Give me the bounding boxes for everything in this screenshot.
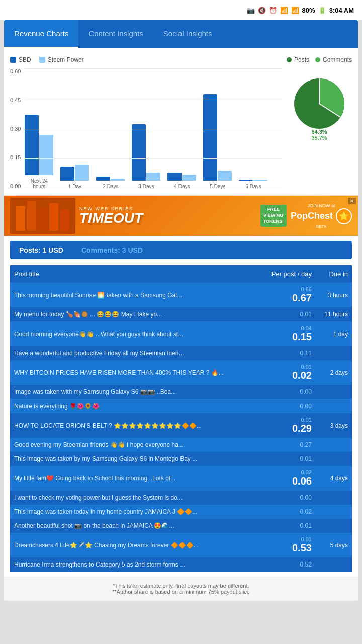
row-duein: 3 hours <box>316 283 352 307</box>
revenue-tab-posts[interactable]: Posts: 1 USD <box>10 241 72 259</box>
pie-chart: 64.3% 35.7% <box>287 73 352 141</box>
tab-social-insights[interactable]: Social Insights <box>153 20 222 48</box>
app-container: Revenue Charts Content Insights Social I… <box>4 20 358 601</box>
legend-comments: Comments <box>315 56 352 63</box>
bar-group-2: 2 Days <box>96 177 125 189</box>
row-title: HOW TO LOCATE ORION'S BELT ? ⭐⭐⭐⭐⭐⭐⭐⭐⭐🔶🔶… <box>10 413 260 438</box>
pie-label-1: 64.3% <box>311 129 327 135</box>
revenue-tab-comments[interactable]: Comments: 3 USD <box>72 241 152 259</box>
ad-beta: BETA <box>316 224 326 229</box>
legend-sbd: SBD <box>10 56 31 63</box>
row-duein <box>316 385 352 399</box>
volume-icon: 🔇 <box>258 7 266 14</box>
legend-steempower: Steem Power <box>39 56 84 63</box>
ad-right: FREE VIEWING TOKENS! JOIN NOW at PopChes… <box>260 203 352 229</box>
bar-sp-3 <box>146 173 160 181</box>
bar-chart-wrapper: 0.60 0.45 0.30 0.15 0.00 <box>10 68 282 189</box>
row-perday: 0.020.06 <box>260 466 316 491</box>
row-perday: 0.27 <box>260 438 316 452</box>
battery-icon2: 🔋 <box>318 7 326 14</box>
ad-join-label: JOIN NOW at <box>307 203 335 208</box>
popchest-icon: ⭐ <box>336 208 352 224</box>
row-perday: 0.010.29 <box>260 413 316 438</box>
table-row: WHY BITCOIN PRICES HAVE RISEN MORE THAN … <box>10 360 352 385</box>
ad-close[interactable]: ✕ <box>348 198 356 204</box>
y-axis: 0.60 0.45 0.30 0.15 0.00 <box>10 68 21 189</box>
bar-sbd-2 <box>96 177 110 181</box>
row-perday: 0.02 <box>260 505 316 519</box>
row-duein <box>316 399 352 413</box>
row-perday: 0.52 <box>260 557 316 572</box>
tab-content-insights[interactable]: Content Insights <box>78 20 153 48</box>
bar-sbd-6 <box>239 180 253 181</box>
bar-sp-4 <box>182 175 196 181</box>
footer-note: *This is an estimate only, final payouts… <box>4 577 358 601</box>
bar-sbd-4 <box>167 173 182 181</box>
row-duein <box>316 519 352 533</box>
tab-revenue-charts[interactable]: Revenue Charts <box>4 20 78 48</box>
row-duein: 2 days <box>316 360 352 385</box>
row-perday: 0.00 <box>260 491 316 505</box>
row-title: My little fam❤️ Going back to School thi… <box>10 466 260 491</box>
revenue-tabs: Posts: 1 USD Comments: 3 USD <box>10 241 352 259</box>
data-table: Post title Per post / day Due in This mo… <box>10 265 352 572</box>
table-row: My menu for today 🍗🍖🥘 ... 😂😂😂 May I take… <box>10 307 352 321</box>
table-row: Have a wonderful and productive Friday a… <box>10 346 352 360</box>
row-duein <box>316 438 352 452</box>
row-duein <box>316 452 352 466</box>
footer-line-1: *This is an estimate only, final payouts… <box>9 583 353 589</box>
row-title: Another beautiful shot 📷 on the beach in… <box>10 519 260 533</box>
table-row: Hurricane Irma strengthens to Category 5… <box>10 557 352 572</box>
table-row: Good evening my Steemian friends 👋👋 I ho… <box>10 438 352 452</box>
bar-sbd-0 <box>25 115 39 175</box>
chart-section: SBD Steem Power Posts Comments <box>4 48 358 196</box>
bars-container: Next 24hours 1 Day <box>25 68 282 189</box>
row-title: Good morning everyone👋👋 ...What you guys… <box>10 321 260 346</box>
row-duein <box>316 491 352 505</box>
row-title: Dreamchasers 4 Life⭐✈️⭐ Chasing my Dream… <box>10 533 260 557</box>
row-title: Good evening my Steemian friends 👋👋 I ho… <box>10 438 260 452</box>
table-row: Another beautiful shot 📷 on the beach in… <box>10 519 352 533</box>
row-title: WHY BITCOIN PRICES HAVE RISEN MORE THAN … <box>10 360 260 385</box>
ad-free-badge: FREE VIEWING TOKENS! <box>260 205 287 226</box>
bar-group-6: 6 Days <box>239 180 267 189</box>
wifi-icon: 📶 <box>280 7 288 14</box>
pie-label-2: 35.7% <box>311 135 327 141</box>
row-perday: 0.01 <box>260 519 316 533</box>
row-duein <box>316 557 352 572</box>
bar-sp-1 <box>75 165 89 181</box>
footer-line-2: **Author share is based on a minimum 75%… <box>9 589 353 595</box>
battery-percent: 80% <box>302 7 315 14</box>
ad-banner[interactable]: NEW WEB SERIES TIMEOUT FREE VIEWING TOKE… <box>4 196 358 236</box>
bar-group-4: 4 Days <box>167 173 196 189</box>
row-duein: 1 day <box>316 321 352 346</box>
tab-bar: Revenue Charts Content Insights Social I… <box>4 20 358 48</box>
col-header-title: Post title <box>10 265 260 283</box>
bar-group-0: Next 24hours <box>25 115 53 189</box>
row-perday: 0.00 <box>260 399 316 413</box>
ad-brand: PopChest <box>291 211 333 221</box>
table-row: My little fam❤️ Going back to School thi… <box>10 466 352 491</box>
revenue-section: Posts: 1 USD Comments: 3 USD Post title … <box>4 236 358 577</box>
alarm-icon: ⏰ <box>269 7 277 14</box>
row-perday: 0.040.15 <box>260 321 316 346</box>
row-title: My menu for today 🍗🍖🥘 ... 😂😂😂 May I take… <box>10 307 260 321</box>
table-row: Good morning everyone👋👋 ...What you guys… <box>10 321 352 346</box>
bar-group-1: 1 Day <box>60 165 89 189</box>
table-row: Dreamchasers 4 Life⭐✈️⭐ Chasing my Dream… <box>10 533 352 557</box>
row-title: This image was taken today in my home co… <box>10 505 260 519</box>
status-bar: 📷 🔇 ⏰ 📶 📶 80% 🔋 3:04 AM <box>0 0 362 20</box>
ad-title: TIMEOUT <box>79 211 143 225</box>
ad-popchest: JOIN NOW at PopChest ⭐ BETA <box>291 203 352 229</box>
row-duein: 3 days <box>316 413 352 438</box>
signal-icon: 📶 <box>291 7 299 14</box>
chart-area: 0.60 0.45 0.30 0.15 0.00 <box>10 68 352 189</box>
row-duein: 5 days <box>316 533 352 557</box>
bar-sp-5 <box>218 171 232 181</box>
table-row: Image was taken with my Samsung Galaxy S… <box>10 385 352 399</box>
table-row: I want to check my voting power but I gu… <box>10 491 352 505</box>
row-title: Have a wonderful and productive Friday a… <box>10 346 260 360</box>
bar-sp-2 <box>111 179 125 181</box>
row-perday: 0.660.67 <box>260 283 316 307</box>
row-duein <box>316 346 352 360</box>
